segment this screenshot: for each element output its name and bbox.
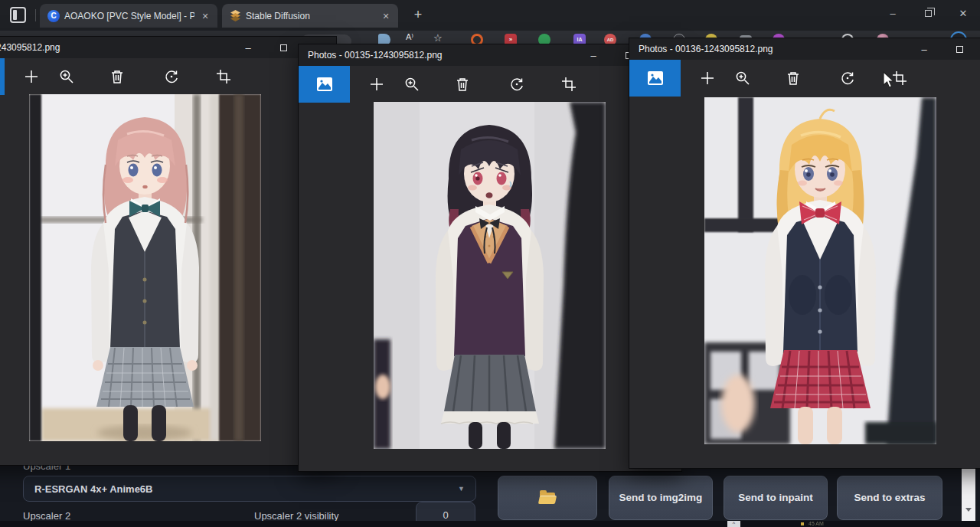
browser-tab-bar: C AOAOKO [PVC Style Model] - PV ✕ Stable… [0,0,980,31]
maximize-icon [280,44,287,51]
bookmark-star-icon[interactable]: ☆ [433,32,443,44]
browser-tab-civitai[interactable]: C AOAOKO [PVC Style Model] - PV ✕ [40,4,217,28]
plus-icon [699,70,716,87]
tab-close-icon[interactable]: ✕ [199,10,211,22]
photos-window-00136[interactable]: Photos - 00136-1243095812.png – [629,38,980,468]
zoom-in-icon [734,70,751,87]
see-all-photos-button[interactable] [0,58,5,95]
delete-button[interactable] [100,58,135,95]
minimize-button[interactable]: – [230,37,266,58]
rotate-button[interactable] [499,66,534,103]
minimize-button[interactable]: – [906,38,942,60]
browser-restore-button[interactable] [911,0,945,26]
stable-diffusion-favicon-icon [230,10,241,21]
page-scrollbar[interactable] [962,468,975,527]
see-all-photos-button[interactable] [629,60,681,97]
zoom-in-icon [58,68,75,85]
window-title: Photos - 00136-1243095812.png [639,44,773,54]
restore-icon [925,10,932,17]
plus-icon [368,76,385,93]
browser-minimize-button[interactable]: – [876,0,910,26]
tab-close-icon[interactable]: ✕ [380,10,392,22]
window-title: Photos - 00135-1243095812.png [308,50,442,61]
rotate-icon [508,76,525,93]
delete-button[interactable] [445,66,480,103]
see-all-photos-button[interactable] [299,66,350,103]
maximize-button[interactable] [942,38,977,60]
delete-button[interactable] [776,60,811,97]
tab-overview-button[interactable] [10,7,26,23]
taskbar-clock: 45 AM [808,521,824,526]
zoom-button[interactable] [49,58,84,95]
chevron-down-icon: ▼ [458,485,465,493]
folder-icon [540,493,555,503]
minimize-button[interactable]: – [576,44,611,66]
maximize-icon [956,46,963,53]
send-to-img2img-button[interactable]: Send to img2img [609,476,713,520]
photos-window-00134[interactable]: 00134-1243095812.png – [0,37,336,465]
plus-icon [23,68,40,85]
trash-icon [109,68,126,85]
rotate-icon [163,68,180,85]
window-title: 00134-1243095812.png [0,42,60,53]
upscaler1-dropdown[interactable]: R-ESRGAN 4x+ Anime6B ▼ [23,476,476,502]
tray-notification-dot [801,522,804,525]
upscaler2-label: Upscaler 2 [23,510,70,522]
desktop-screen: C AOAOKO [PVC Style Model] - PV ✕ Stable… [0,0,980,527]
tray-expand-button[interactable]: ^ [727,521,740,527]
trash-icon [785,70,802,87]
crop-button[interactable] [206,58,241,95]
tab-title: Stable Diffusion [246,11,375,21]
maximize-button[interactable] [266,37,301,58]
photo-gallery-icon [315,75,334,93]
photo-00136[interactable] [704,97,936,444]
civitai-favicon-icon: C [47,10,60,22]
upscaler1-value: R-ESRGAN 4x+ Anime6B [34,483,458,495]
new-tab-button[interactable]: + [409,6,427,25]
taskbar-sliver: ^ 45 AM [0,521,980,527]
rotate-button[interactable] [154,58,189,95]
tab-title: AOAOKO [PVC Style Model] - PV [64,11,194,21]
photos-window-00135[interactable]: Photos - 00135-1243095812.png – [299,44,681,471]
browser-tab-stable-diffusion[interactable]: Stable Diffusion ✕ [222,4,398,28]
rotate-button[interactable] [830,60,865,97]
crop-button[interactable] [551,66,586,103]
zoom-button[interactable] [725,60,760,97]
scroll-down-arrow-icon[interactable] [965,508,972,512]
photo-00134[interactable] [29,94,261,441]
trash-icon [454,76,471,93]
crop-icon [215,68,232,85]
rotate-icon [839,70,856,87]
browser-close-button[interactable]: ✕ [946,0,980,26]
photo-00135[interactable] [374,102,606,449]
upscaler2-visibility-label: Upscaler 2 visibility [254,510,339,522]
photo-gallery-icon [646,69,665,87]
send-to-extras-button[interactable]: Send to extras [837,476,942,520]
add-button[interactable] [14,58,49,95]
add-button[interactable] [690,60,725,97]
mouse-cursor [882,71,896,90]
send-to-inpaint-button[interactable]: Send to inpaint [724,476,828,520]
read-aloud-icon[interactable]: A⁾ [406,32,413,42]
open-output-folder-button[interactable] [498,476,597,520]
tab-separator [35,9,36,21]
crop-icon [560,76,577,93]
zoom-button[interactable] [394,66,430,103]
zoom-in-icon [403,76,420,93]
add-button[interactable] [359,66,394,103]
